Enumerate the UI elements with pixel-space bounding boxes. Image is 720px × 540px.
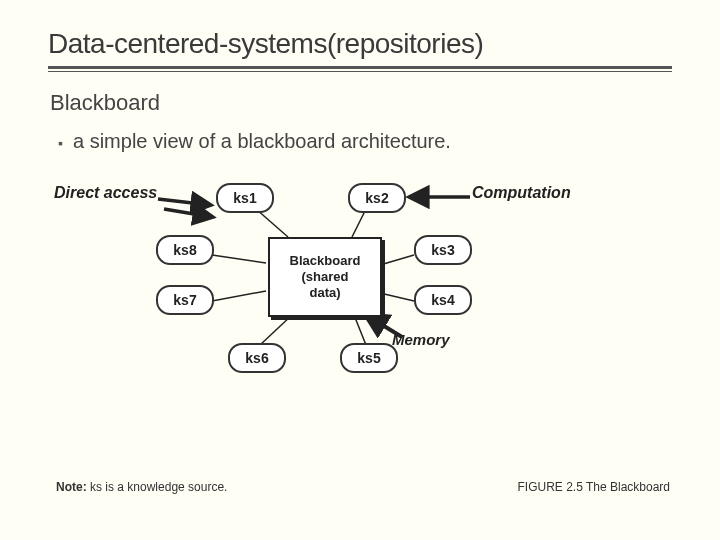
node-ks7: ks7 xyxy=(156,285,214,315)
svg-line-9 xyxy=(164,209,212,217)
annotation-memory: Memory xyxy=(392,331,450,348)
figure-caption: FIGURE 2.5 The Blackboard xyxy=(517,480,670,494)
node-ks3: ks3 xyxy=(414,235,472,265)
svg-line-6 xyxy=(212,291,266,301)
node-ks5: ks5 xyxy=(340,343,398,373)
annotation-direct-access: Direct access xyxy=(54,184,157,202)
footnote: Note: ks is a knowledge source. xyxy=(56,480,227,494)
svg-line-0 xyxy=(256,209,288,237)
blackboard-line1: Blackboard xyxy=(290,253,361,269)
blackboard-diagram: Direct access Computation Memory ks1 ks2… xyxy=(56,175,616,415)
footnote-text: ks is a knowledge source. xyxy=(87,480,228,494)
section-subheading: Blackboard xyxy=(50,90,672,116)
title-rule-thick xyxy=(48,66,672,69)
footnote-label: Note: xyxy=(56,480,87,494)
node-ks2: ks2 xyxy=(348,183,406,213)
node-ks4: ks4 xyxy=(414,285,472,315)
svg-line-7 xyxy=(212,255,266,263)
bullet-text: a simple view of a blackboard architectu… xyxy=(58,130,672,153)
svg-line-1 xyxy=(352,209,366,237)
blackboard-line2: (shared xyxy=(302,269,349,285)
blackboard-line3: data) xyxy=(309,285,340,301)
node-ks8: ks8 xyxy=(156,235,214,265)
svg-line-2 xyxy=(380,255,414,265)
title-rule-thin xyxy=(48,71,672,72)
svg-line-8 xyxy=(158,199,210,205)
svg-line-3 xyxy=(380,293,414,301)
svg-line-4 xyxy=(354,315,366,345)
node-ks6: ks6 xyxy=(228,343,286,373)
svg-line-5 xyxy=(260,315,292,345)
slide-title: Data-centered-systems(repositories) xyxy=(48,28,672,60)
annotation-computation: Computation xyxy=(472,184,571,202)
node-blackboard: Blackboard (shared data) xyxy=(268,237,382,317)
node-ks1: ks1 xyxy=(216,183,274,213)
